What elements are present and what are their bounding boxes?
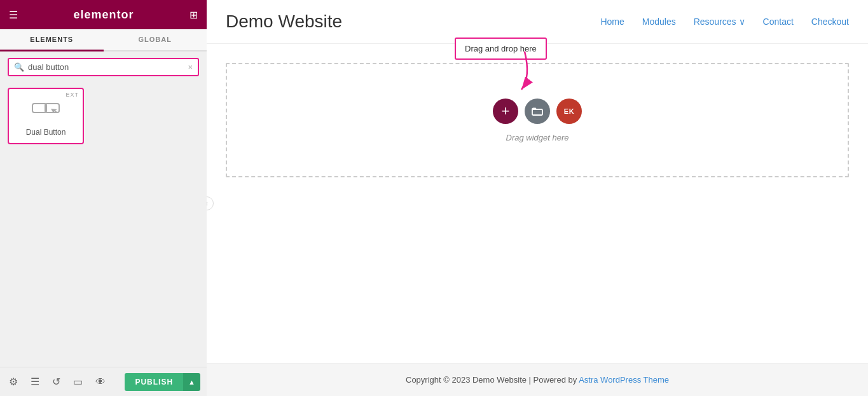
tab-elements[interactable]: ELEMENTS [0, 29, 104, 51]
search-container: 🔍 × [0, 51, 207, 83]
card-ext-label: EXT [65, 92, 79, 98]
canvas-wrapper: Drag and drop here + [207, 44, 868, 363]
nav-checkout[interactable]: Checkout [811, 17, 849, 27]
widget-controls: + EK [493, 99, 582, 124]
add-widget-button[interactable]: + [493, 99, 518, 124]
dual-button-icon [15, 99, 76, 124]
nav-contact[interactable]: Contact [763, 17, 794, 27]
sidebar-toggle-button[interactable]: ‹ [207, 196, 214, 210]
nav-home[interactable]: Home [600, 17, 624, 27]
site-logo: Demo Website [226, 11, 600, 32]
menu-icon[interactable]: ☰ [9, 9, 18, 21]
elements-grid: EXT Dual Button [0, 83, 207, 367]
element-card-label: Dual Button [15, 128, 76, 137]
grid-icon[interactable]: ⊞ [189, 9, 198, 21]
publish-button-group: PUBLISH ▲ [125, 373, 200, 391]
settings-icon[interactable]: ⚙ [6, 373, 20, 390]
search-icon: 🔍 [14, 62, 24, 72]
nav-links: Home Modules Resources ∨ Contact Checkou… [600, 17, 849, 27]
sidebar: ☰ elementor ⊞ ELEMENTS GLOBAL 🔍 × EXT [0, 0, 207, 396]
search-clear-icon[interactable]: × [188, 63, 193, 71]
footer-text: Copyright © 2023 Demo Website | Powered … [406, 375, 579, 385]
drag-callout: Drag and drop here [455, 38, 547, 60]
chevron-down-icon: ∨ [739, 17, 745, 27]
dual-button-card[interactable]: EXT Dual Button [8, 88, 84, 144]
svg-rect-1 [45, 104, 59, 113]
drag-widget-text: Drag widget here [506, 133, 569, 142]
elementor-logo: elementor [73, 8, 134, 22]
site-footer: Copyright © 2023 Demo Website | Powered … [207, 363, 868, 396]
ek-label: EK [564, 107, 574, 115]
svg-rect-3 [532, 109, 542, 115]
history-icon[interactable]: ↺ [50, 373, 63, 390]
drop-zone[interactable]: Drag and drop here + [226, 63, 849, 177]
search-box: 🔍 × [8, 58, 199, 76]
svg-rect-0 [32, 104, 46, 113]
sidebar-tabs: ELEMENTS GLOBAL [0, 29, 207, 51]
ek-button[interactable]: EK [556, 99, 582, 124]
sidebar-header: ☰ elementor ⊞ [0, 0, 207, 29]
main-area: Demo Website Home Modules Resources ∨ Co… [207, 0, 868, 396]
publish-dropdown-button[interactable]: ▲ [183, 373, 200, 391]
nav-resources[interactable]: Resources ∨ [694, 17, 745, 27]
layers-icon[interactable]: ☰ [28, 373, 42, 390]
footer-link[interactable]: Astra WordPress Theme [579, 375, 669, 385]
tab-global[interactable]: GLOBAL [104, 29, 207, 51]
search-input[interactable] [28, 62, 184, 72]
folder-button[interactable] [525, 99, 550, 124]
responsive-icon[interactable]: ▭ [71, 373, 85, 390]
publish-button[interactable]: PUBLISH [125, 373, 183, 391]
nav-modules[interactable]: Modules [642, 17, 676, 27]
sidebar-toolbar: ⚙ ☰ ↺ ▭ 👁 PUBLISH ▲ [0, 367, 207, 396]
eye-icon[interactable]: 👁 [93, 374, 108, 390]
